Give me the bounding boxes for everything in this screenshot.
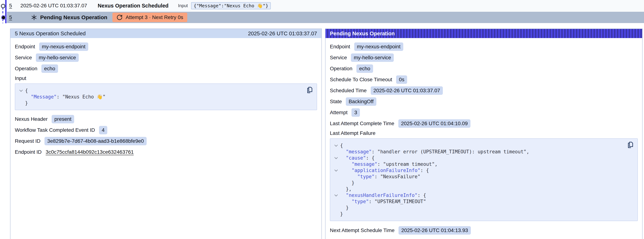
json-line-text: }, [340, 186, 352, 192]
event-input-chip: {"Message":"Nexus Echo 👋"} [191, 2, 271, 9]
json-line-text: { [340, 142, 343, 148]
json-line-text: } [340, 211, 343, 217]
copy-button[interactable] [306, 86, 314, 94]
field-label: Attempt [330, 110, 348, 116]
json-line-text: { [25, 88, 28, 94]
field-state: State BackingOff [330, 97, 638, 106]
field-workflow-task-completed-event-id: Workflow Task Completed Event ID 4 [15, 126, 317, 134]
json-line: } [332, 180, 624, 186]
pending-panel-title: Pending Nexus Operation [330, 30, 395, 36]
json-line-text: "message": "handler error (UPSTREAM_TIME… [340, 148, 529, 155]
field-value-badge: 2025-02-26 UTC 01:03:37.07 [371, 86, 443, 95]
field-label: Nexus Header [15, 116, 48, 122]
json-line: { [332, 142, 624, 148]
event-title: Nexus Operation Scheduled [98, 3, 168, 9]
json-line: } [17, 100, 304, 106]
retry-status-badge: Attempt 3 · Next Retry 0s [112, 13, 187, 22]
field-label: Operation [330, 66, 352, 72]
json-line-gutter [17, 100, 25, 106]
retry-icon [116, 14, 123, 20]
event-detail-panel: 5 Nexus Operation Scheduled 2025-02-26 U… [10, 28, 322, 239]
collapse-chevron-icon[interactable] [332, 142, 340, 148]
event-timestamp: 2025-02-26 UTC 01:03:37.07 [20, 3, 87, 8]
field-next-attempt-schedule-time: Next Attempt Schedule Time 2025-02-26 UT… [330, 226, 638, 234]
json-line-text: "applicationFailureInfo": { [340, 167, 429, 174]
event-panel-body: Endpoint my-nexus-endpoint Service my-he… [10, 38, 322, 163]
json-line-gutter [332, 148, 340, 155]
json-line: } [332, 204, 624, 211]
copy-icon [306, 86, 314, 94]
field-value-badge: 2025-02-26 UTC 01:04:13.93 [398, 226, 471, 234]
json-line: "Message": "Nexus Echo 👋" [17, 94, 304, 100]
field-value-badge: 3 [352, 108, 360, 117]
json-line-gutter [332, 204, 340, 211]
event-panel-header: 5 Nexus Operation Scheduled 2025-02-26 U… [10, 29, 322, 38]
json-line-text: "nexusHandlerFailureInfo": { [340, 192, 426, 198]
field-label: Workflow Task Completed Event ID [15, 127, 95, 133]
timeline-event-node-icon[interactable] [1, 4, 5, 8]
workflow-history-view: 5 2025-02-26 UTC 01:03:37.07 Nexus Opera… [0, 0, 644, 239]
json-line: "cause": { [332, 155, 624, 161]
json-line-gutter [332, 161, 340, 167]
json-line-text: "message": "upstream timeout", [340, 161, 438, 167]
endpoint-id-link[interactable]: 3c0c75ccfa8144b092c13ce632463761 [46, 149, 134, 155]
field-value-badge: 2025-02-26 UTC 01:04:10.09 [398, 119, 470, 128]
pending-operation-panel: Pending Nexus Operation Endpoint my-nexu… [325, 28, 642, 239]
timeline-active-bar [5, 0, 6, 23]
field-request-id: Request ID 3e829b7e-7d67-4b08-aad3-b1e86… [15, 137, 317, 145]
history-row-pending[interactable]: 5 Pending Nexus Operation Attempt 3 · Ne… [7, 11, 644, 23]
history-row-event[interactable]: 5 2025-02-26 UTC 01:03:37.07 Nexus Opera… [7, 0, 644, 11]
field-label: Endpoint [330, 44, 350, 50]
json-line-text: } [340, 204, 349, 211]
json-line: "type": "NexusFailure" [332, 174, 624, 180]
field-endpoint: Endpoint my-nexus-endpoint [330, 42, 638, 51]
field-label: Request ID [15, 138, 40, 144]
json-line: "message": "handler error (UPSTREAM_TIME… [332, 148, 624, 155]
json-line: } [332, 211, 624, 217]
failure-section-label: Last Attempt Failure [330, 130, 638, 136]
retry-badge-text: Attempt 3 · Next Retry 0s [126, 14, 183, 20]
json-line: "message": "upstream timeout", [332, 161, 624, 167]
failure-json-viewer: { "message": "handler error (UPSTREAM_TI… [330, 138, 638, 221]
pending-panel-header: Pending Nexus Operation [326, 29, 642, 38]
pending-id-link[interactable]: 5 [9, 14, 12, 20]
json-line-gutter [332, 198, 340, 204]
detail-panels: 5 Nexus Operation Scheduled 2025-02-26 U… [10, 28, 642, 239]
json-line: { [17, 88, 304, 94]
field-value-badge: 0s [396, 76, 407, 84]
field-attempt: Attempt 3 [330, 108, 638, 117]
field-value-badge: 4 [99, 126, 108, 134]
field-label: Endpoint ID [15, 149, 42, 155]
field-endpoint: Endpoint my-nexus-endpoint [15, 42, 317, 51]
event-id-link[interactable]: 5 [9, 3, 12, 8]
input-json-lines: { "Message": "Nexus Echo 👋"} [17, 88, 304, 106]
json-line-text: "type": "UPSTREAM_TIMEOUT" [340, 198, 426, 204]
field-service: Service my-hello-service [330, 54, 638, 62]
collapse-chevron-icon[interactable] [332, 155, 340, 161]
field-label: Schedule To Close Timeout [330, 77, 392, 82]
field-value-badge: echo [41, 64, 58, 73]
collapse-chevron-icon[interactable] [332, 192, 340, 198]
field-label: Scheduled Time [330, 88, 367, 94]
field-label: Service [15, 55, 32, 60]
collapse-chevron-icon[interactable] [332, 167, 340, 174]
pending-title: Pending Nexus Operation [40, 14, 108, 20]
field-value-badge: my-hello-service [36, 54, 79, 62]
field-value-badge: my-nexus-endpoint [354, 42, 403, 51]
json-line: "nexusHandlerFailureInfo": { [332, 192, 624, 198]
field-value-badge: 3e829b7e-7d67-4b08-aad3-b1e868bfe9e0 [44, 137, 147, 145]
timeline-current-node-icon[interactable] [1, 15, 6, 20]
copy-button[interactable] [626, 141, 634, 149]
json-line: "type": "UPSTREAM_TIMEOUT" [332, 198, 624, 204]
event-input-label: Input [178, 3, 188, 8]
field-operation: Operation echo [330, 64, 638, 73]
field-value-badge: BackingOff [346, 97, 376, 106]
json-line-gutter [332, 186, 340, 192]
collapse-chevron-icon[interactable] [17, 88, 25, 94]
json-line-gutter [332, 174, 340, 180]
field-label: Last Attempt Complete Time [330, 120, 394, 126]
json-line-text: "type": "NexusFailure" [340, 174, 420, 180]
field-nexus-header: Nexus Header present [15, 115, 317, 123]
field-last-attempt-complete-time: Last Attempt Complete Time 2025-02-26 UT… [330, 119, 638, 128]
field-label: Operation [15, 66, 37, 72]
